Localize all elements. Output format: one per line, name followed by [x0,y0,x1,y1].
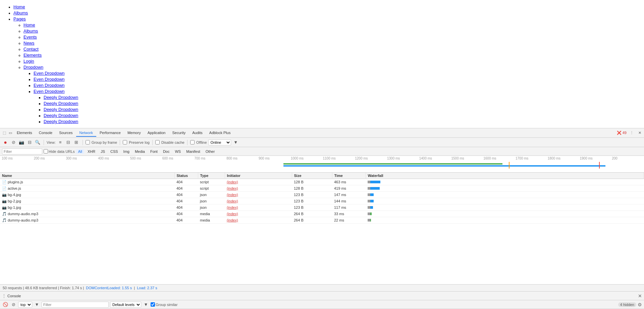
group-similar-checkbox[interactable] [151,302,155,307]
view-large-button[interactable]: ⊟ [65,139,72,146]
console-levels-select[interactable]: Default levels Verbose Info Warnings Err… [110,302,141,308]
tab-security[interactable]: Security [169,129,189,137]
nav-pages-login[interactable]: Login [23,59,34,64]
col-header-type[interactable]: Type [198,173,225,179]
nav-pages-dropdown[interactable]: Dropdown [23,65,43,70]
camera-button[interactable]: 📷 [18,139,25,146]
footer-load[interactable]: Load: 2.37 s [137,286,157,290]
tab-adblock[interactable]: Adblock Plus [206,129,234,137]
tab-performance[interactable]: Performance [96,129,124,137]
stop-button[interactable]: ⊘ [10,139,17,146]
col-header-name[interactable]: Name [0,173,174,179]
group-by-frame-label[interactable]: Group by frame [86,140,117,144]
console-tab-label[interactable]: Console [7,294,21,298]
nav-even-dropdown-3[interactable]: Even Dropdown [34,83,65,88]
nav-pages[interactable]: Pages [13,16,26,21]
filter-all-button[interactable]: All [76,149,84,154]
console-stop-button[interactable]: ⊘ [10,301,17,308]
filter-font-button[interactable]: Font [148,149,160,154]
view-list-button[interactable]: ≡ [57,139,64,146]
footer-domcontentloaded[interactable]: DOMContentLoaded: 1.55 s [86,286,132,290]
table-header-row: Name Status Type Initiator Size Time Wat… [0,173,644,179]
console-close-button[interactable]: ✕ [638,293,642,299]
hide-data-urls-label[interactable]: Hide data URLs [44,149,75,153]
nav-deeply-dropdown-1[interactable]: Deeply Dropdown [44,95,78,100]
tab-network[interactable]: Network [76,129,96,137]
network-filter-input[interactable] [2,148,42,154]
timeline-bars [0,162,644,169]
timeline-green-bar [283,163,502,165]
nav-pages-albums[interactable]: Albums [23,28,38,34]
col-header-status[interactable]: Status [174,173,198,179]
more-options-icon[interactable]: ⋮ [629,130,635,136]
offline-checkbox[interactable] [190,140,195,144]
tab-elements[interactable]: Elements [13,129,36,137]
hide-data-urls-checkbox[interactable] [44,149,48,153]
table-row[interactable]: 📷bg-4.jpg 404 json (index) 123 B 147 ms [0,192,644,198]
col-header-size[interactable]: Size [292,173,332,179]
filter-manifest-button[interactable]: Manifest [184,149,202,154]
nav-pages-contact[interactable]: Contact [23,47,39,52]
preserve-log-label[interactable]: Preserve log [123,140,150,144]
table-row[interactable]: 🎵dummy-audio.mp3 404 media (index) 264 B… [0,211,644,217]
filter-img-button[interactable]: Img [121,149,131,154]
tab-console[interactable]: Console [36,129,56,137]
record-button[interactable]: ● [2,139,9,146]
tab-memory[interactable]: Memory [124,129,144,137]
nav-deeply-dropdown-5[interactable]: Deeply Dropdown [44,119,78,124]
nav-pages-news[interactable]: News [23,41,35,46]
filter-media-button[interactable]: Media [133,149,147,154]
table-row[interactable]: 📷bg-2.jpg 404 json (index) 123 B 144 ms [0,198,644,204]
table-row[interactable]: 📄plugins.js 404 script (index) 128 B 463… [0,179,644,185]
console-clear-button[interactable]: 🚫 [2,301,9,308]
cell-initiator: (index) [225,211,292,217]
cell-waterfall [366,204,644,211]
search-button[interactable]: 🔍 [34,139,41,146]
throttle-dropdown-icon[interactable]: ▼ [232,139,239,146]
device-icon[interactable]: ▭ [7,130,13,136]
console-settings-icon[interactable]: ⚙ [638,302,642,307]
nav-even-dropdown-1[interactable]: Even Dropdown [34,71,65,76]
disable-cache-label[interactable]: Disable cache [155,140,184,144]
nav-pages-events[interactable]: Events [23,35,37,40]
filter-js-button[interactable]: JS [99,149,107,154]
col-header-initiator[interactable]: Initiator [225,173,292,179]
close-icon[interactable]: ✕ [637,130,643,136]
filter-xhr-button[interactable]: XHR [86,149,97,154]
nav-deeply-dropdown-2[interactable]: Deeply Dropdown [44,101,78,106]
filter-doc-button[interactable]: Doc [161,149,172,154]
network-table-container[interactable]: Name Status Type Initiator Size Time Wat… [0,173,644,284]
table-row[interactable]: 📷bg-1.jpg 404 json (index) 123 B 117 ms [0,204,644,211]
table-row[interactable]: 🎵dummy-audio.mp3 404 media (index) 264 B… [0,217,644,224]
col-header-time[interactable]: Time [332,173,366,179]
nav-even-dropdown-2[interactable]: Even Dropdown [34,77,65,82]
disable-cache-checkbox[interactable] [155,140,160,144]
nav-even-dropdown-4[interactable]: Even Dropdown [34,89,65,94]
tab-application[interactable]: Application [144,129,169,137]
nav-home[interactable]: Home [13,4,25,9]
tab-sources[interactable]: Sources [56,129,76,137]
offline-label[interactable]: Offline [190,140,207,144]
filter-css-button[interactable]: CSS [108,149,120,154]
filter-other-button[interactable]: Other [204,149,217,154]
nav-deeply-dropdown-4[interactable]: Deeply Dropdown [44,113,78,118]
nav-pages-home[interactable]: Home [23,22,35,27]
console-levels-dropdown-icon[interactable]: ▼ [143,301,149,308]
console-context-dropdown-icon[interactable]: ▼ [34,301,40,308]
table-row[interactable]: 📄active.js 404 script (index) 128 B 419 … [0,185,644,192]
view-extra-button[interactable]: ⊞ [73,139,80,146]
nav-albums[interactable]: Albums [13,10,28,15]
filter-ws-button[interactable]: WS [173,149,183,154]
console-filter-input[interactable] [42,302,109,308]
filter-toggle-button[interactable]: ⊟ [26,139,33,146]
nav-pages-elements[interactable]: Elements [23,53,42,58]
group-by-frame-checkbox[interactable] [86,140,90,144]
group-similar-label[interactable]: Group similar [151,302,177,307]
tab-audits[interactable]: Audits [189,129,206,137]
preserve-log-checkbox[interactable] [123,140,127,144]
nav-deeply-dropdown-3[interactable]: Deeply Dropdown [44,107,78,112]
throttle-select[interactable]: Online Slow 3G Fast 3G Offline [208,139,231,145]
console-context-select[interactable]: top [18,302,32,308]
col-header-waterfall[interactable]: Waterfall [366,173,644,179]
inspect-icon[interactable]: ⬚ [1,130,7,136]
